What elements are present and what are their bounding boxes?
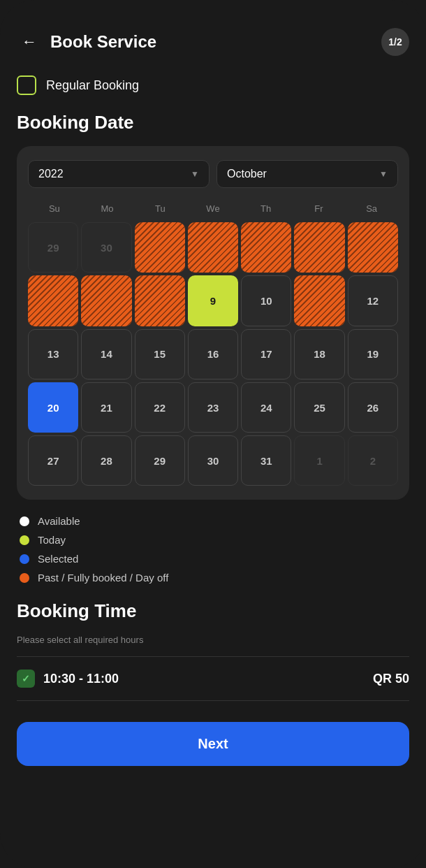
page-title: Book Service <box>50 32 156 52</box>
booking-time-title: Booking Time <box>17 600 409 622</box>
legend-label-blue: Selected <box>38 553 78 565</box>
time-slot-text: 10:30 - 11:00 <box>43 672 119 686</box>
divider <box>17 656 409 657</box>
calendar-day-18-available[interactable]: 18 <box>294 329 344 379</box>
year-chevron-icon: ▼ <box>191 169 199 179</box>
calendar-day-22-available[interactable]: 22 <box>135 382 185 433</box>
calendar-day-16-available[interactable]: 16 <box>188 329 238 379</box>
month-select[interactable]: October ▼ <box>216 160 398 188</box>
calendar-day-26-available[interactable]: 26 <box>348 382 398 433</box>
calendar-day-5-booked <box>348 222 398 273</box>
calendar-day-29-empty: 29 <box>28 222 78 273</box>
legend-label-white: Available <box>38 515 80 527</box>
next-button[interactable]: Next <box>17 722 409 766</box>
calendar-selects: 2022 ▼ October ▼ <box>28 160 398 188</box>
legend-dot-white <box>20 516 29 526</box>
legend-label-green: Today <box>38 534 66 546</box>
calendar-day-4-booked <box>294 222 344 273</box>
calendar-day-29-available[interactable]: 29 <box>135 435 185 486</box>
legend: AvailableTodaySelectedPast / Fully booke… <box>17 515 409 584</box>
day-label-mo: Mo <box>81 201 134 217</box>
time-slot-left: ✓10:30 - 11:00 <box>17 670 119 688</box>
header-left: ← Book Service <box>17 29 156 55</box>
month-chevron-icon: ▼ <box>379 169 388 179</box>
calendar-day-19-available[interactable]: 19 <box>348 329 398 379</box>
checkmark-icon: ✓ <box>22 673 30 684</box>
calendar-day-15-available[interactable]: 15 <box>135 329 185 379</box>
back-arrow-icon: ← <box>22 33 37 51</box>
calendar-day-13-available[interactable]: 13 <box>28 329 78 379</box>
calendar-day-2-booked <box>188 222 238 273</box>
time-slot-checkbox[interactable]: ✓ <box>17 670 35 688</box>
calendar-day-28-available[interactable]: 28 <box>81 435 131 486</box>
calendar-day-14-available[interactable]: 14 <box>81 329 131 379</box>
day-label-fr: Fr <box>293 201 346 217</box>
calendar-day-1-empty: 1 <box>294 435 344 486</box>
time-slot-price: QR 50 <box>373 672 409 686</box>
booking-time-section: Booking Time Please select all required … <box>17 600 409 701</box>
back-button[interactable]: ← <box>17 29 42 55</box>
calendar-day-30-available[interactable]: 30 <box>188 435 238 486</box>
regular-booking-checkbox[interactable] <box>17 75 36 95</box>
calendar-day-17-available[interactable]: 17 <box>241 329 291 379</box>
booking-time-subtitle: Please select all required hours <box>17 635 409 645</box>
booking-date-title: Booking Date <box>17 112 409 133</box>
calendar-card: 2022 ▼ October ▼ SuMoTuWeThFrSa 29309101… <box>17 146 409 500</box>
calendar-day-headers: SuMoTuWeThFrSa <box>28 201 398 217</box>
calendar-day-23-available[interactable]: 23 <box>188 382 238 433</box>
day-label-th: Th <box>240 201 293 217</box>
calendar-day-24-available[interactable]: 24 <box>241 382 291 433</box>
year-select[interactable]: 2022 ▼ <box>28 160 210 188</box>
phone-shell: ← Book Service 1/2 Regular Booking Booki… <box>0 0 426 868</box>
calendar-day-30-empty: 30 <box>81 222 131 273</box>
calendar-day-31-available[interactable]: 31 <box>241 435 291 486</box>
legend-dot-green <box>20 535 29 545</box>
time-slots-container: ✓10:30 - 11:00QR 50 <box>17 660 409 697</box>
calendar-day-21-available[interactable]: 21 <box>81 382 131 433</box>
legend-dot-orange <box>20 573 29 583</box>
calendar-day-10-available[interactable]: 10 <box>241 275 291 326</box>
calendar-day-1-booked <box>135 222 185 273</box>
calendar-day-12-available[interactable]: 12 <box>348 275 398 326</box>
calendar-day-11-booked <box>294 275 344 326</box>
day-label-su: Su <box>28 201 81 217</box>
regular-booking-label: Regular Booking <box>46 78 139 93</box>
divider-bottom <box>17 700 409 701</box>
legend-dot-blue <box>20 554 29 564</box>
day-label-sa: Sa <box>345 201 398 217</box>
calendar-day-9-today[interactable]: 9 <box>188 275 238 326</box>
calendar-day-25-available[interactable]: 25 <box>294 382 344 433</box>
day-label-we: We <box>186 201 240 217</box>
calendar-day-6-booked <box>28 275 78 326</box>
calendar-day-20-selected[interactable]: 20 <box>28 382 78 433</box>
legend-item-green: Today <box>20 534 406 546</box>
year-value: 2022 <box>38 168 64 180</box>
legend-item-white: Available <box>20 515 406 527</box>
calendar-grid: 2930910121314151617181920212223242526272… <box>28 222 398 486</box>
header: ← Book Service 1/2 <box>17 28 409 56</box>
calendar-day-2-empty: 2 <box>348 435 398 486</box>
calendar-day-8-booked <box>135 275 185 326</box>
legend-item-orange: Past / Fully booked / Day off <box>20 572 406 584</box>
calendar-day-27-available[interactable]: 27 <box>28 435 78 486</box>
regular-booking-row[interactable]: Regular Booking <box>17 75 409 95</box>
day-label-tu: Tu <box>133 201 186 217</box>
month-value: October <box>227 168 267 180</box>
legend-label-orange: Past / Fully booked / Day off <box>38 572 168 584</box>
legend-item-blue: Selected <box>20 553 406 565</box>
step-badge: 1/2 <box>381 28 409 56</box>
calendar-day-3-booked <box>241 222 291 273</box>
calendar-day-7-booked <box>81 275 131 326</box>
time-slot-row[interactable]: ✓10:30 - 11:00QR 50 <box>17 660 409 697</box>
